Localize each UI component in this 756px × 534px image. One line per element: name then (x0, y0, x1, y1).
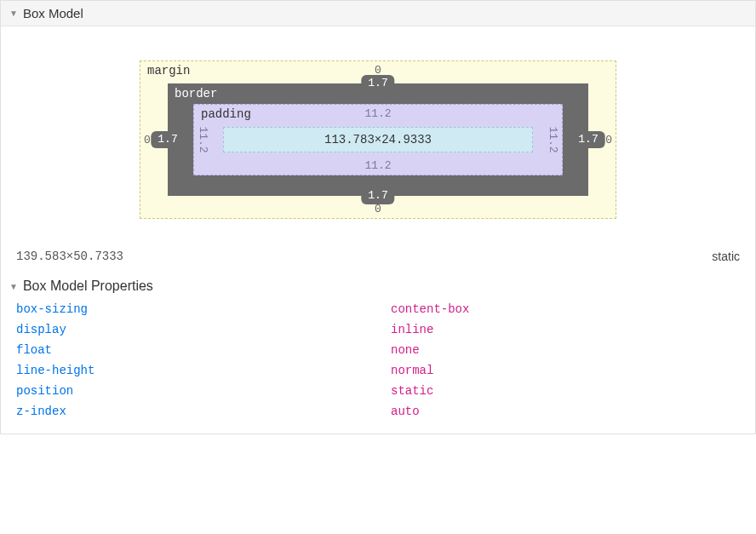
margin-right-value[interactable]: 0 (605, 135, 612, 146)
margin-region[interactable]: margin 0 0 0 0 border 1.7 1.7 1.7 1.7 pa… (140, 60, 616, 219)
section-header-properties[interactable]: ▼ Box Model Properties (1, 275, 755, 299)
twisty-down-icon: ▼ (9, 9, 18, 18)
property-name: float (16, 343, 391, 357)
margin-bottom-value[interactable]: 0 (375, 204, 381, 215)
property-name: position (16, 384, 391, 398)
padding-bottom-value[interactable]: 11.2 (364, 160, 391, 171)
element-position: static (712, 250, 740, 263)
border-label: border (175, 87, 217, 100)
property-value: content-box (391, 302, 469, 316)
padding-right-value[interactable]: 11.2 (547, 126, 558, 152)
property-name: z-index (16, 405, 391, 418)
property-name: box-sizing (16, 302, 391, 316)
property-row[interactable]: position static (16, 381, 740, 401)
box-model-panel: ▼ Box Model margin 0 0 0 0 border 1.7 1.… (0, 0, 756, 434)
padding-region[interactable]: padding 11.2 11.2 11.2 11.2 113.783×24.9… (193, 104, 563, 175)
property-name: line-height (16, 364, 391, 377)
padding-label: padding (201, 107, 251, 121)
margin-left-value[interactable]: 0 (144, 135, 151, 146)
content-region[interactable]: 113.783×24.9333 (223, 127, 533, 152)
margin-label: margin (147, 64, 190, 78)
twisty-down-icon: ▼ (9, 282, 18, 291)
property-row[interactable]: display inline (16, 319, 740, 340)
border-top-value[interactable]: 1.7 (361, 75, 394, 92)
property-value: inline (391, 323, 433, 336)
property-row[interactable]: float none (16, 340, 740, 360)
property-value: normal (391, 364, 433, 377)
border-right-value[interactable]: 1.7 (571, 131, 604, 148)
padding-top-value[interactable]: 11.2 (364, 108, 391, 119)
property-row[interactable]: box-sizing content-box (16, 299, 740, 319)
section-title: Box Model Properties (23, 278, 153, 294)
properties-list: box-sizing content-box display inline fl… (1, 299, 755, 434)
property-name: display (16, 323, 391, 336)
property-row[interactable]: line-height normal (16, 360, 740, 381)
property-row[interactable]: z-index auto (16, 401, 740, 422)
padding-left-value[interactable]: 11.2 (198, 126, 209, 152)
property-value: none (391, 343, 420, 357)
element-size: 139.583×50.7333 (16, 250, 123, 263)
box-model-diagram: margin 0 0 0 0 border 1.7 1.7 1.7 1.7 pa… (1, 26, 755, 243)
property-value: auto (391, 405, 420, 418)
border-left-value[interactable]: 1.7 (151, 131, 184, 148)
property-value: static (391, 384, 433, 398)
geometry-row: 139.583×50.7333 static (1, 243, 755, 275)
section-header-box-model[interactable]: ▼ Box Model (1, 1, 755, 26)
border-bottom-value[interactable]: 1.7 (361, 187, 394, 204)
section-title: Box Model (23, 6, 83, 20)
content-size: 113.783×24.9333 (324, 133, 432, 146)
border-region[interactable]: border 1.7 1.7 1.7 1.7 padding 11.2 11.2… (168, 83, 588, 196)
